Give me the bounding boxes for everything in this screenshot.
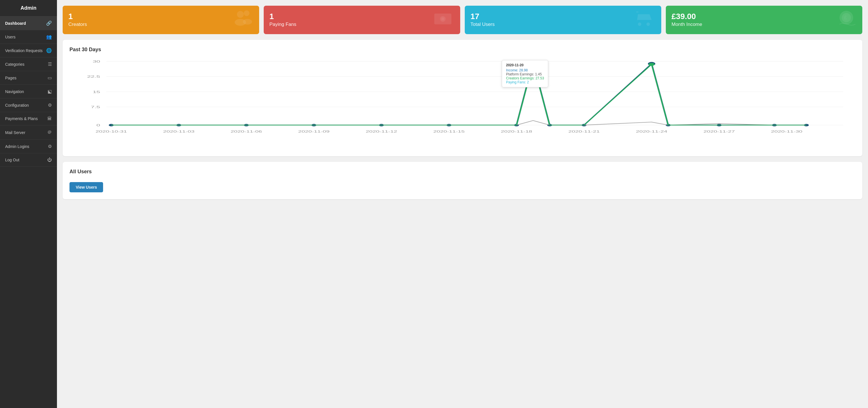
- sidebar-title: Admin: [0, 0, 57, 16]
- creators-number: 1: [68, 12, 87, 21]
- sidebar-item-payments[interactable]: Payments & Plans 🏛: [0, 112, 57, 126]
- sidebar-item-categories[interactable]: Categories ☰: [0, 58, 57, 71]
- sidebar-item-adminlogins[interactable]: Admin Logins ⚙: [0, 140, 57, 154]
- link-icon: 🔗: [46, 21, 52, 26]
- at-icon: ＠: [47, 130, 52, 135]
- month-income-number: £39.00: [672, 12, 702, 21]
- sidebar-item-configuration[interactable]: Configuration ⚙: [0, 98, 57, 112]
- paying-fans-number: 1: [270, 12, 297, 21]
- sidebar-item-pages[interactable]: Pages ▭: [0, 71, 57, 85]
- sidebar-item-verification[interactable]: Verification Requests 🌐: [0, 44, 57, 58]
- users-icon: 👥: [46, 34, 52, 39]
- sidebar-item-label: Categories: [5, 62, 25, 67]
- svg-point-7: [638, 23, 641, 26]
- sidebar-item-label: Pages: [5, 76, 17, 80]
- svg-text:2020-11-06: 2020-11-06: [231, 130, 262, 133]
- main-content: 1 Creators 1 Paying Fans: [57, 0, 868, 408]
- sidebar-item-label: Mail Server: [5, 130, 25, 135]
- menu-icon: ☰: [48, 62, 52, 67]
- sidebar-item-label: Navigation: [5, 89, 24, 94]
- all-users-title: All Users: [69, 169, 856, 175]
- svg-point-6: [441, 18, 444, 21]
- paying-fans-icon: [433, 9, 456, 31]
- gear2-icon: ⚙: [48, 144, 52, 149]
- stat-card-month-income: £39.00 Month Income £: [666, 6, 862, 34]
- svg-text:2020-11-12: 2020-11-12: [366, 130, 397, 133]
- svg-text:2020-11-27: 2020-11-27: [704, 130, 735, 133]
- svg-text:2020-11-09: 2020-11-09: [298, 130, 330, 133]
- sidebar-item-dashboard[interactable]: Dashboard 🔗: [0, 16, 57, 30]
- bank-icon: 🏛: [47, 116, 52, 121]
- chart-title: Past 30 Days: [69, 47, 856, 53]
- sidebar-item-users[interactable]: Users 👥: [0, 30, 57, 44]
- sidebar: Admin Dashboard 🔗 Users 👥 Verification R…: [0, 0, 57, 408]
- svg-text:2020-10-31: 2020-10-31: [96, 130, 127, 133]
- chart-container: 30 22.5 15 7.5 0: [69, 58, 856, 149]
- sidebar-item-label: Admin Logins: [5, 144, 29, 149]
- svg-text:2020-11-03: 2020-11-03: [163, 130, 194, 133]
- svg-text:2020-11-18: 2020-11-18: [501, 130, 532, 133]
- globe-icon: 🌐: [46, 48, 52, 53]
- chart-panel: Past 30 Days 30 22.5 15 7.5 0: [63, 40, 862, 156]
- svg-point-3: [243, 19, 252, 25]
- sidebar-item-label: Users: [5, 35, 16, 39]
- svg-text:2020-11-30: 2020-11-30: [771, 130, 802, 133]
- svg-point-39: [648, 63, 655, 66]
- sidebar-item-logout[interactable]: Log Out ⏻: [0, 154, 57, 167]
- svg-text:7.5: 7.5: [91, 105, 100, 109]
- sidebar-item-navigation[interactable]: Navigation ⬕: [0, 85, 57, 98]
- svg-text:2020-11-24: 2020-11-24: [636, 130, 667, 133]
- svg-text:2020-11-15: 2020-11-15: [433, 130, 464, 133]
- stat-cards: 1 Creators 1 Paying Fans: [63, 6, 862, 34]
- gear-icon: ⚙: [48, 102, 52, 108]
- sidebar-item-label: Log Out: [5, 158, 19, 162]
- stat-card-paying-fans: 1 Paying Fans: [264, 6, 460, 34]
- month-income-label: Month Income: [672, 22, 702, 27]
- creators-icon: [232, 9, 255, 31]
- power-icon: ⏻: [47, 157, 52, 163]
- total-users-icon: [634, 8, 657, 31]
- svg-text:22.5: 22.5: [87, 75, 100, 78]
- svg-text:£: £: [844, 15, 847, 21]
- view-users-button[interactable]: View Users: [69, 182, 103, 192]
- paying-fans-label: Paying Fans: [270, 22, 297, 27]
- all-users-panel: All Users View Users: [63, 162, 862, 199]
- svg-text:15: 15: [93, 90, 100, 94]
- total-users-number: 17: [470, 12, 495, 21]
- sidebar-item-label: Verification Requests: [5, 48, 43, 53]
- sidebar-item-label: Payments & Plans: [5, 116, 38, 121]
- total-users-label: Total Users: [470, 22, 495, 27]
- svg-text:0: 0: [97, 123, 100, 127]
- stat-card-total-users: 17 Total Users: [465, 6, 661, 34]
- nav-icon: ⬕: [48, 89, 52, 94]
- svg-point-0: [237, 11, 244, 18]
- stat-card-creators: 1 Creators: [63, 6, 259, 34]
- svg-text:2020-11-21: 2020-11-21: [568, 130, 600, 133]
- svg-point-38: [530, 62, 536, 65]
- svg-text:30: 30: [93, 60, 100, 63]
- svg-point-1: [244, 10, 249, 16]
- svg-point-8: [646, 23, 650, 26]
- sidebar-item-mailserver[interactable]: Mail Server ＠: [0, 126, 57, 140]
- sidebar-item-label: Configuration: [5, 103, 29, 107]
- month-income-icon: £: [835, 8, 858, 31]
- page-icon: ▭: [48, 75, 52, 80]
- creators-label: Creators: [68, 22, 87, 27]
- chart-svg: 30 22.5 15 7.5 0: [69, 58, 856, 149]
- sidebar-item-label: Dashboard: [5, 21, 26, 26]
